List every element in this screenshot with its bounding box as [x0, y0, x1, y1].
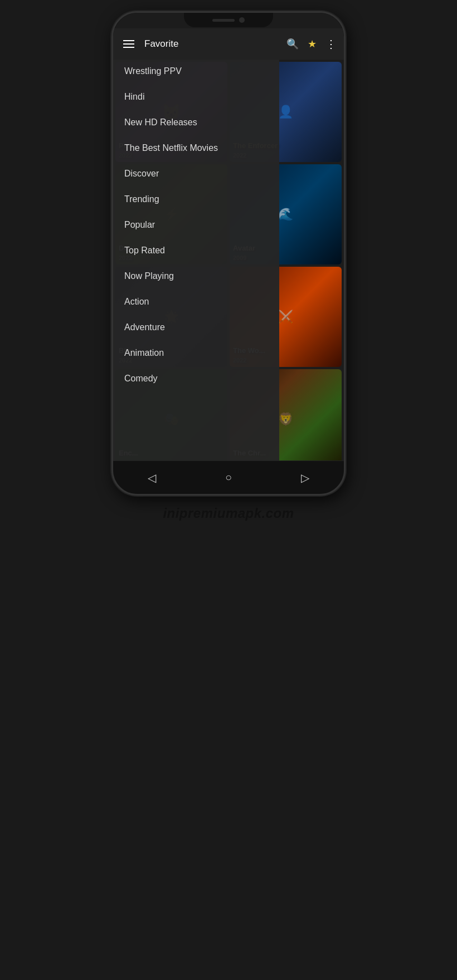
drawer-menu: Favorite Wrestling PPV Hindi New HD Rele… — [113, 28, 279, 460]
phone-wrapper: Favorite 🔍 ★ ⋮ 🐱 Pus... 2022 — [0, 0, 457, 527]
drawer-item-animation[interactable]: Animation — [113, 340, 279, 366]
top-bar: Favorite 🔍 ★ ⋮ — [113, 28, 344, 60]
drawer-item-top-rated[interactable]: Top Rated — [113, 238, 279, 263]
home-button[interactable]: ○ — [225, 471, 232, 484]
screen: Favorite 🔍 ★ ⋮ 🐱 Pus... 2022 — [113, 13, 344, 494]
notch — [184, 13, 273, 27]
hamburger-icon[interactable] — [120, 37, 138, 51]
drawer-item-comedy[interactable]: Comedy — [113, 366, 279, 391]
notch-camera — [239, 17, 245, 23]
drawer-item-now-playing[interactable]: Now Playing — [113, 263, 279, 289]
notch-speaker — [212, 19, 235, 22]
top-bar-actions: 🔍 ★ ⋮ — [286, 37, 337, 51]
recent-button[interactable]: ▷ — [301, 471, 309, 484]
drawer-item-trending[interactable]: Trending — [113, 187, 279, 212]
top-bar-title: Favorite — [144, 38, 286, 50]
favorites-icon[interactable]: ★ — [308, 38, 317, 50]
drawer-item-wrestling[interactable]: Wrestling PPV — [113, 58, 279, 84]
search-icon[interactable]: 🔍 — [286, 38, 299, 50]
back-button[interactable]: ◁ — [148, 471, 156, 484]
side-button-right — [344, 169, 346, 199]
bottom-nav: ◁ ○ ▷ — [113, 460, 344, 494]
phone-frame: Favorite 🔍 ★ ⋮ 🐱 Pus... 2022 — [111, 11, 346, 496]
drawer-item-popular[interactable]: Popular — [113, 212, 279, 238]
drawer-item-adventure[interactable]: Adventure — [113, 315, 279, 340]
drawer-item-hd-releases[interactable]: New HD Releases — [113, 110, 279, 135]
drawer-item-hindi[interactable]: Hindi — [113, 84, 279, 110]
drawer-item-action[interactable]: Action — [113, 289, 279, 315]
drawer-item-discover[interactable]: Discover — [113, 161, 279, 187]
watermark: inipremiumapk.com — [163, 506, 294, 521]
more-icon[interactable]: ⋮ — [325, 37, 337, 51]
drawer-item-netflix-movies[interactable]: The Best Netflix Movies — [113, 135, 279, 161]
